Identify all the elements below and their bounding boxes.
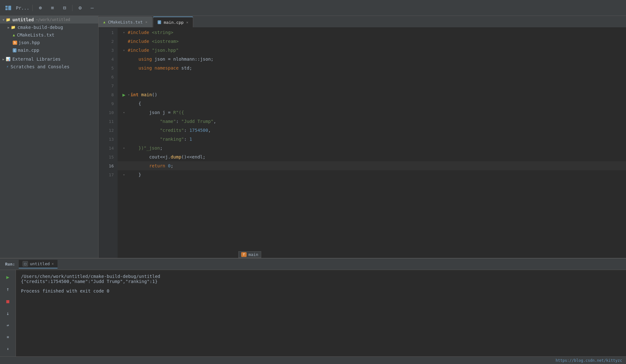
toolbar-left: Pr... ⊕ ≡ ⊟ ⚙ — <box>4 3 97 12</box>
tab-main-cpp-label: main.cpp <box>164 20 184 25</box>
sidebar-item-cmake-build-debug[interactable]: ▶ 📁 cmake-build-debug <box>0 24 98 31</box>
project-dropdown[interactable]: Pr... <box>16 5 29 10</box>
fold-btn-17[interactable]: ▾ <box>120 173 128 177</box>
tab-cmakelists[interactable]: ▲ CMakeLists.txt ✕ <box>99 17 152 27</box>
code-line-8: ▶ ▾ int main() <box>118 90 626 99</box>
settings-icon[interactable]: ⚙ <box>76 3 85 12</box>
code-line-6 <box>118 72 626 81</box>
bottom-content: ▶ ↑ ■ ↓ ⇌ ≡ ⬇ /Users/chen/work/untitled/… <box>0 270 626 356</box>
line-num-4: 4 <box>99 55 118 64</box>
line-num-1: 1 <box>99 28 118 37</box>
sidebar-item-cmakelists[interactable]: ▲ CMakeLists.txt <box>0 31 98 39</box>
sidebar-item-main-cpp-label: main.cpp <box>18 48 39 53</box>
folder-icon: 📁 <box>6 17 10 22</box>
svg-rect-1 <box>8 6 11 10</box>
chevron-right-icon: ▶ <box>8 26 10 29</box>
code-line-12: "credits": 1754500, <box>118 126 626 135</box>
fold-btn-14[interactable]: ▾ <box>120 146 128 150</box>
align-justify-icon[interactable]: ⊟ <box>60 3 69 12</box>
down-button[interactable]: ↓ <box>3 308 13 318</box>
output-line-path: /Users/chen/work/untitled/cmake-build-de… <box>21 274 621 279</box>
sidebar-item-cmake-build-debug-label: cmake-build-debug <box>17 25 63 30</box>
tab-bar: ▲ CMakeLists.txt ✕ c main.cpp ✕ <box>99 16 626 28</box>
svg-rect-2 <box>5 8 8 10</box>
fold-btn-1[interactable]: ▾ <box>120 30 128 35</box>
project-window-icon[interactable] <box>4 3 13 12</box>
tab-cmakelists-label: CMakeLists.txt <box>108 20 143 24</box>
code-line-16: return 0; <box>118 161 626 170</box>
sidebar-item-json-hpp-label: json.hpp <box>18 40 40 45</box>
align-center-icon[interactable]: ≡ <box>48 3 57 12</box>
sidebar-item-scratches-label: Scratches and Consoles <box>10 64 69 69</box>
tab-main-cpp[interactable]: c main.cpp ✕ <box>153 17 193 27</box>
output-line-json: {"credits":1754500,"name":"Judd Trump","… <box>21 279 621 284</box>
code-area[interactable]: ▾ #include <string> #include <iostream> … <box>118 28 626 258</box>
bottom-panel: Run: □ untitled ✕ ▶ ↑ ■ ↓ ⇌ ≡ ⬇ /Users/c… <box>0 258 626 356</box>
code-line-4: using json = nlohmann::json; <box>118 55 626 64</box>
sidebar-item-scratches[interactable]: ⚡ Scratches and Consoles <box>0 63 98 71</box>
fold-btn-10[interactable]: ▾ <box>120 111 128 115</box>
code-line-7 <box>118 81 626 90</box>
line-num-10: 10 <box>99 108 118 117</box>
fold-btn-8[interactable]: ▾ <box>128 93 130 97</box>
code-tooltip: f main <box>238 251 261 258</box>
bottom-tab-close[interactable]: ✕ <box>52 262 54 266</box>
sidebar: ▼ 📁 untitled ~/work/untitled ▶ 📁 cmake-b… <box>0 16 99 258</box>
cpp-tab-icon: c <box>158 20 161 24</box>
minimize-icon[interactable]: — <box>88 3 97 12</box>
scratches-icon: ⚡ <box>6 64 9 69</box>
cmake-tab-icon: ▲ <box>103 20 105 24</box>
cpp-file-icon: c <box>13 48 17 52</box>
cmake-file-icon: ▲ <box>13 33 15 37</box>
run-tab-icon: □ <box>23 261 28 266</box>
tab-main-cpp-close[interactable]: ✕ <box>186 20 188 24</box>
stop-button[interactable]: ■ <box>3 296 13 306</box>
output-line-process: Process finished with exit code 0 <box>21 288 621 293</box>
play-button[interactable]: ▶ <box>3 273 13 282</box>
chevron-right-icon: ▶ <box>3 57 4 61</box>
sidebar-item-json-hpp[interactable]: h json.hpp <box>0 39 98 46</box>
output-blank <box>21 284 621 288</box>
list-button[interactable]: ≡ <box>3 333 13 342</box>
line-num-7: 7 <box>99 81 118 90</box>
tooltip-badge: f <box>241 252 247 257</box>
line-num-17: 17 <box>99 170 118 179</box>
line-num-16: 16 <box>99 161 118 170</box>
sidebar-item-main-cpp[interactable]: c main.cpp <box>0 46 98 54</box>
run-button[interactable]: ▶ <box>120 92 128 98</box>
line-num-6: 6 <box>99 72 118 81</box>
code-line-2: #include <iostream> <box>118 37 626 46</box>
code-line-17: ▾ } <box>118 170 626 179</box>
navigate-icon[interactable]: ⊕ <box>36 3 45 12</box>
sidebar-item-untitled[interactable]: ▼ 📁 untitled ~/work/untitled <box>0 16 98 24</box>
bottom-sidebar: ▶ ↑ ■ ↓ ⇌ ≡ ⬇ <box>0 270 16 356</box>
svg-rect-0 <box>5 6 8 8</box>
sidebar-item-external-libs[interactable]: ▶ 📊 External Libraries <box>0 55 98 63</box>
wrap-button[interactable]: ⇌ <box>3 320 13 330</box>
bottom-tab-untitled[interactable]: □ untitled ✕ <box>19 260 58 268</box>
status-url[interactable]: https://blog.csdn.net/kittyzc <box>555 358 622 363</box>
editor-container: ▲ CMakeLists.txt ✕ c main.cpp ✕ 1 2 3 4 … <box>99 16 626 258</box>
output-area[interactable]: /Users/chen/work/untitled/cmake-build-de… <box>16 270 626 356</box>
status-bar: https://blog.csdn.net/kittyzc <box>0 356 626 364</box>
tooltip-label: main <box>248 252 258 257</box>
code-line-15: cout<<j.dump()<<endl; <box>118 152 626 161</box>
toolbar: Pr... ⊕ ≡ ⊟ ⚙ — <box>0 0 626 16</box>
up-button[interactable]: ↑ <box>3 285 13 294</box>
code-line-9: { <box>118 99 626 108</box>
line-num-2: 2 <box>99 37 118 46</box>
line-numbers: 1 2 3 4 5 6 7 8 9 10 11 12 13 14 15 16 1… <box>99 28 118 258</box>
line-num-11: 11 <box>99 117 118 126</box>
import-button[interactable]: ⬇ <box>3 344 13 354</box>
code-line-14: ▾ })"_json; <box>118 144 626 152</box>
toolbar-separator-2 <box>72 5 72 11</box>
fold-btn-3[interactable]: ▾ <box>120 48 128 52</box>
run-label: Run: <box>3 262 17 266</box>
sidebar-item-untitled-path: ~/work/untitled <box>36 17 70 22</box>
tab-cmakelists-close[interactable]: ✕ <box>145 20 147 24</box>
line-num-3: 3 <box>99 46 118 55</box>
line-num-13: 13 <box>99 135 118 144</box>
bottom-tab-bar: Run: □ untitled ✕ <box>0 259 626 270</box>
sidebar-item-cmakelists-label: CMakeLists.txt <box>17 32 54 37</box>
line-num-5: 5 <box>99 64 118 72</box>
